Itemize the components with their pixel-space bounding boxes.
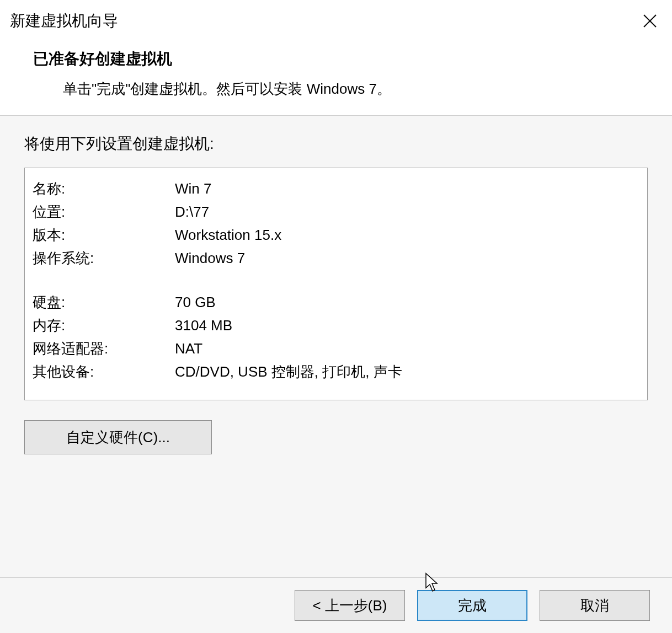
summary-label: 将使用下列设置创建虚拟机: xyxy=(24,133,648,154)
setting-row-memory: 内存: 3104 MB xyxy=(33,314,639,337)
disk-value: 70 GB xyxy=(175,291,216,314)
os-label: 操作系统: xyxy=(33,246,175,270)
other-label: 其他设备: xyxy=(33,360,175,383)
setting-row-location: 位置: D:\77 xyxy=(33,200,639,223)
cancel-button[interactable]: 取消 xyxy=(540,590,650,621)
page-subtitle: 单击"完成"创建虚拟机。然后可以安装 Windows 7。 xyxy=(63,79,661,99)
version-value: Workstation 15.x xyxy=(175,223,281,246)
name-label: 名称: xyxy=(33,177,175,200)
customize-hardware-button[interactable]: 自定义硬件(C)... xyxy=(24,420,212,454)
version-label: 版本: xyxy=(33,223,175,246)
location-label: 位置: xyxy=(33,200,175,223)
setting-row-network: 网络适配器: NAT xyxy=(33,337,639,360)
disk-label: 硬盘: xyxy=(33,291,175,314)
setting-row-os: 操作系统: Windows 7 xyxy=(33,246,639,270)
finish-button[interactable]: 完成 xyxy=(417,590,527,621)
setting-row-name: 名称: Win 7 xyxy=(33,177,639,200)
settings-summary-box: 名称: Win 7 位置: D:\77 版本: Workstation 15.x… xyxy=(24,168,648,400)
back-button[interactable]: < 上一步(B) xyxy=(295,590,405,621)
titlebar: 新建虚拟机向导 xyxy=(0,0,672,39)
memory-value: 3104 MB xyxy=(175,314,232,337)
memory-label: 内存: xyxy=(33,314,175,337)
network-label: 网络适配器: xyxy=(33,337,175,360)
other-value: CD/DVD, USB 控制器, 打印机, 声卡 xyxy=(175,360,402,383)
os-value: Windows 7 xyxy=(175,246,245,270)
network-value: NAT xyxy=(175,337,202,360)
setting-row-version: 版本: Workstation 15.x xyxy=(33,223,639,246)
wizard-header: 已准备好创建虚拟机 单击"完成"创建虚拟机。然后可以安装 Windows 7。 xyxy=(0,39,672,115)
wizard-footer: < 上一步(B) 完成 取消 xyxy=(0,577,672,633)
wizard-dialog: 新建虚拟机向导 已准备好创建虚拟机 单击"完成"创建虚拟机。然后可以安装 Win… xyxy=(0,0,672,633)
row-gap xyxy=(33,270,639,291)
name-value: Win 7 xyxy=(175,177,211,200)
setting-row-disk: 硬盘: 70 GB xyxy=(33,291,639,314)
setting-row-other: 其他设备: CD/DVD, USB 控制器, 打印机, 声卡 xyxy=(33,360,639,383)
dialog-title: 新建虚拟机向导 xyxy=(10,10,118,31)
close-icon xyxy=(643,14,657,28)
location-value: D:\77 xyxy=(175,200,209,223)
page-title: 已准备好创建虚拟机 xyxy=(33,49,661,69)
close-button[interactable] xyxy=(639,10,661,32)
content-area: 将使用下列设置创建虚拟机: 名称: Win 7 位置: D:\77 版本: Wo… xyxy=(0,116,672,577)
